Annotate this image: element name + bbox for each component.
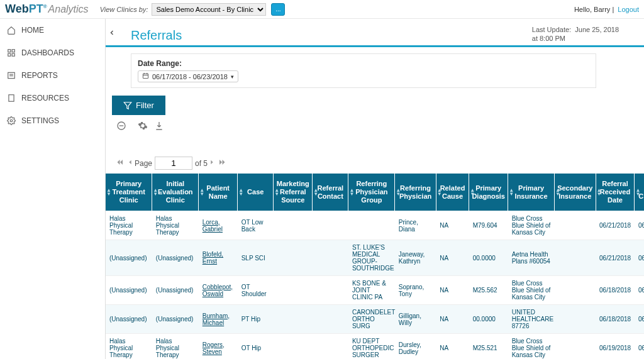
sidebar-item-settings[interactable]: SETTINGS — [0, 109, 105, 132]
list-icon — [6, 70, 16, 80]
sort-handle-icon[interactable]: ▲▼ — [349, 189, 354, 196]
table-cell: (Unassigned) — [106, 276, 152, 305]
table-cell — [555, 276, 596, 305]
svg-rect-1 — [12, 50, 14, 52]
date-range-label: Date Range: — [138, 59, 589, 68]
column-header[interactable]: ▲▼Secondary Insurance — [555, 174, 596, 211]
column-header[interactable]: ▲▼Referring Physician — [395, 174, 436, 211]
download-button[interactable] — [153, 120, 165, 131]
clinic-action-button[interactable]: ... — [271, 3, 285, 16]
sort-handle-icon[interactable]: ▲▼ — [635, 189, 640, 196]
column-header[interactable]: ▲▼Related Cause — [436, 174, 469, 211]
table-cell: Rogers, Steven — [199, 334, 238, 360]
table-cell: 06/18/2018 — [635, 276, 644, 305]
sort-handle-icon[interactable]: ▲▼ — [470, 189, 475, 196]
table-cell: 06/21/2018 — [635, 240, 644, 276]
table-cell: PT Hip — [238, 305, 274, 334]
column-header[interactable]: ▲▼Initial Evaluation Clinic — [152, 174, 199, 211]
table-cell — [555, 211, 596, 240]
column-header[interactable]: ▲▼Case Creation — [635, 174, 644, 211]
table-cell: (Unassigned) — [152, 240, 199, 276]
settings-button[interactable] — [137, 120, 148, 131]
sidebar-item-dashboards[interactable]: DASHBOARDS — [0, 41, 105, 64]
patient-link[interactable]: Cobblepot, Oswald — [203, 284, 233, 297]
column-header[interactable]: ▲▼Marketing Referral Source — [274, 174, 313, 211]
patient-link[interactable]: Burnham, Michael — [203, 312, 230, 326]
table-cell: CARONDELET ORTHO SURG — [348, 305, 395, 334]
content-area: Referrals Last Update: June 25, 2018 at … — [106, 19, 644, 359]
svg-marker-17 — [120, 160, 123, 165]
table-cell — [313, 276, 348, 305]
table-wrapper[interactable]: ▲▼Primary Treatment Clinic▲▼Initial Eval… — [106, 174, 644, 359]
sidebar-collapse-button[interactable] — [108, 28, 116, 40]
referrals-table: ▲▼Primary Treatment Clinic▲▼Initial Eval… — [106, 174, 644, 359]
table-cell: 06/21/2018 — [635, 211, 644, 240]
table-cell: Prince, Diana — [395, 211, 436, 240]
sort-handle-icon[interactable]: ▲▼ — [555, 189, 560, 196]
column-header[interactable]: ▲▼Primary Insurance — [508, 174, 555, 211]
table-cell: NA — [436, 211, 469, 240]
table-cell: Blofeld, Ernst — [199, 240, 238, 276]
patient-link[interactable]: Lorca, Gabriel — [203, 219, 223, 233]
table-cell: NA — [436, 334, 469, 360]
patient-link[interactable]: Blofeld, Ernst — [203, 251, 223, 265]
sort-handle-icon[interactable]: ▲▼ — [106, 189, 111, 196]
sort-handle-icon[interactable]: ▲▼ — [313, 189, 318, 196]
column-header[interactable]: ▲▼Referral Received Date — [596, 174, 635, 211]
sidebar-item-reports[interactable]: REPORTS — [0, 64, 105, 87]
sort-handle-icon[interactable]: ▲▼ — [274, 189, 279, 196]
table-cell: OT Low Back — [238, 211, 274, 240]
topbar: WebPT® Analytics View Clinics by: Sales … — [0, 0, 644, 19]
last-page-button[interactable] — [218, 158, 226, 168]
column-header[interactable]: ▲▼Primary Diagnosis — [469, 174, 508, 211]
next-page-button[interactable] — [209, 158, 215, 168]
column-header[interactable]: ▲▼Primary Treatment Clinic — [106, 174, 152, 211]
column-header[interactable]: ▲▼Referring Physician Group — [348, 174, 395, 211]
table-cell: M79.604 — [469, 211, 508, 240]
svg-marker-16 — [118, 160, 120, 165]
logout-link[interactable]: Logout — [618, 6, 639, 13]
page-input[interactable] — [155, 157, 192, 170]
date-range-picker[interactable]: 06/17/2018 - 06/23/2018 ▾ — [138, 70, 238, 82]
funnel-icon — [123, 101, 132, 110]
sort-handle-icon[interactable]: ▲▼ — [199, 189, 204, 196]
sort-handle-icon[interactable]: ▲▼ — [437, 189, 442, 196]
table-cell: KS BONE & JOINT CLINIC PA — [348, 276, 395, 305]
table-cell — [274, 276, 313, 305]
sort-handle-icon[interactable]: ▲▼ — [509, 189, 514, 196]
sort-handle-icon[interactable]: ▲▼ — [396, 189, 401, 196]
filter-button[interactable]: Filter — [112, 96, 165, 115]
clinic-select[interactable]: Sales Demo Account - By Clinic — [152, 3, 266, 16]
table-cell — [313, 211, 348, 240]
table-cell: (Unassigned) — [106, 305, 152, 334]
logo: WebPT® — [5, 3, 47, 16]
prev-page-button[interactable] — [127, 158, 133, 168]
table-cell — [313, 240, 348, 276]
table-cell: Halas Physical Therapy — [106, 211, 152, 240]
sidebar-item-home[interactable]: HOME — [0, 19, 105, 41]
table-row: Halas Physical TherapyHalas Physical The… — [106, 334, 644, 360]
table-cell: Gilligan, Willy — [395, 305, 436, 334]
table-row: (Unassigned)(Unassigned)Cobblepot, Oswal… — [106, 276, 644, 305]
logo-subtitle: Analytics — [48, 4, 89, 15]
table-cell — [274, 240, 313, 276]
column-header[interactable]: ▲▼Referral Contact — [313, 174, 348, 211]
sort-handle-icon[interactable]: ▲▼ — [597, 189, 602, 196]
table-cell — [348, 211, 395, 240]
column-header[interactable]: ▲▼Patient Name — [199, 174, 238, 211]
column-header[interactable]: ▲▼Case — [238, 174, 274, 211]
table-cell: KU DEPT ORTHOPEDIC SURGER — [348, 334, 395, 360]
first-page-button[interactable] — [116, 158, 125, 168]
patient-link[interactable]: Rogers, Steven — [203, 341, 225, 355]
table-cell: Blue Cross Blue Shield of Kansas City — [508, 276, 555, 305]
sort-handle-icon[interactable]: ▲▼ — [238, 189, 243, 196]
table-cell: OT Hip — [238, 334, 274, 360]
page-total: of 5 — [195, 159, 208, 168]
sidebar-item-resources[interactable]: RESOURCES — [0, 87, 105, 109]
collapse-all-button[interactable] — [116, 120, 127, 131]
date-range-card: Date Range: 06/17/2018 - 06/23/2018 ▾ — [131, 53, 596, 88]
table-cell: ST. LUKE'S MEDICAL GROUP-SOUTHRIDGE — [348, 240, 395, 276]
sort-handle-icon[interactable]: ▲▼ — [153, 189, 158, 196]
table-cell: (Unassigned) — [106, 240, 152, 276]
table-cell: Dursley, Dudley — [395, 334, 436, 360]
